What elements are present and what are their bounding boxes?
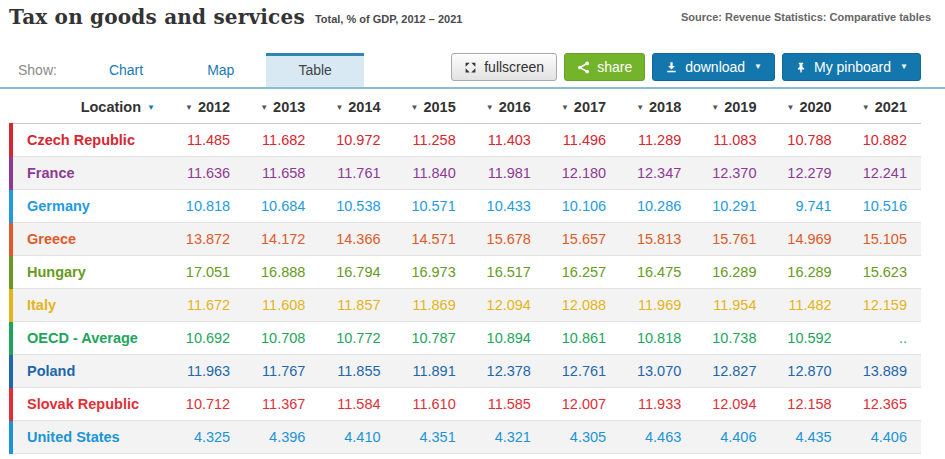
value-cell: 10.712 [169, 388, 244, 421]
value-cell: 4.325 [169, 421, 244, 454]
value-cell: 11.855 [319, 355, 394, 388]
value-cell: 4.305 [545, 421, 620, 454]
value-cell: 10.818 [169, 190, 244, 223]
value-cell: 13.872 [169, 223, 244, 256]
value-cell: 12.241 [846, 157, 921, 190]
year-column-header[interactable]: ▼2020 [771, 91, 846, 124]
location-cell: United States [11, 421, 169, 454]
year-column-header[interactable]: ▼2018 [620, 91, 695, 124]
value-cell: 10.592 [771, 322, 846, 355]
value-cell: 10.861 [545, 322, 620, 355]
year-column-header[interactable]: ▼2017 [545, 91, 620, 124]
location-cell: Poland [11, 355, 169, 388]
value-cell: 15.678 [470, 223, 545, 256]
page-header: Tax on goods and services Total, % of GD… [0, 0, 945, 29]
value-cell: 11.981 [470, 157, 545, 190]
value-cell: 15.657 [545, 223, 620, 256]
location-cell: Germany [11, 190, 169, 223]
pinboard-button[interactable]: My pinboard ▼ [782, 53, 921, 81]
value-cell: 11.840 [395, 157, 470, 190]
header-row: Location▼ ▼2012▼2013▼2014▼2015▼2016▼2017… [11, 91, 921, 124]
location-cell: Czech Republic [11, 124, 169, 157]
page-subtitle: Total, % of GDP, 2012 – 2021 [315, 13, 463, 25]
tab-chart[interactable]: Chart [77, 53, 175, 87]
value-cell: 15.623 [846, 256, 921, 289]
value-cell: 11.258 [395, 124, 470, 157]
pinboard-label: My pinboard [814, 59, 891, 75]
value-cell: 4.463 [620, 421, 695, 454]
caret-down-icon: ▼ [147, 103, 155, 112]
value-cell: 11.672 [169, 289, 244, 322]
data-table: Location▼ ▼2012▼2013▼2014▼2015▼2016▼2017… [9, 91, 921, 454]
value-cell: 4.396 [244, 421, 319, 454]
location-column-header[interactable]: Location▼ [11, 91, 169, 124]
value-cell: 13.889 [846, 355, 921, 388]
year-column-header[interactable]: ▼2015 [395, 91, 470, 124]
value-cell: 10.433 [470, 190, 545, 223]
value-cell: 11.367 [244, 388, 319, 421]
value-cell: 16.794 [319, 256, 394, 289]
year-label: 2017 [574, 99, 606, 115]
table-row: OECD - Average10.69210.70810.77210.78710… [11, 322, 921, 355]
caret-down-icon: ▼ [260, 103, 268, 112]
year-column-header[interactable]: ▼2021 [846, 91, 921, 124]
value-cell: 11.608 [244, 289, 319, 322]
share-icon [577, 61, 590, 74]
value-cell: 10.684 [244, 190, 319, 223]
value-cell: 4.406 [695, 421, 770, 454]
location-cell: Italy [11, 289, 169, 322]
value-cell: 12.094 [695, 388, 770, 421]
value-cell: 16.888 [244, 256, 319, 289]
view-toolbar: Show: Chart Map Table fullscreen share [0, 53, 945, 89]
value-cell: 11.289 [620, 124, 695, 157]
value-cell: 11.083 [695, 124, 770, 157]
value-cell: 10.106 [545, 190, 620, 223]
value-cell: 12.761 [545, 355, 620, 388]
table-row: Slovak Republic10.71211.36711.58411.6101… [11, 388, 921, 421]
value-cell: 12.370 [695, 157, 770, 190]
value-cell: 10.788 [771, 124, 846, 157]
tab-map[interactable]: Map [175, 53, 266, 87]
value-cell: 11.767 [244, 355, 319, 388]
value-cell: 4.321 [470, 421, 545, 454]
value-cell: 10.772 [319, 322, 394, 355]
value-cell: 12.158 [771, 388, 846, 421]
value-cell: 16.257 [545, 256, 620, 289]
value-cell: 11.869 [395, 289, 470, 322]
tab-table[interactable]: Table [266, 53, 363, 87]
year-column-header[interactable]: ▼2019 [695, 91, 770, 124]
value-cell: 10.972 [319, 124, 394, 157]
table-row: Czech Republic11.48511.68210.97211.25811… [11, 124, 921, 157]
location-header-label: Location [81, 99, 141, 115]
share-button[interactable]: share [564, 53, 645, 81]
value-cell: 11.403 [470, 124, 545, 157]
value-cell: 11.658 [244, 157, 319, 190]
year-label: 2021 [875, 99, 907, 115]
value-cell: 12.347 [620, 157, 695, 190]
page-title: Tax on goods and services [9, 5, 305, 29]
value-cell: 17.051 [169, 256, 244, 289]
year-label: 2018 [649, 99, 681, 115]
value-cell: 11.636 [169, 157, 244, 190]
fullscreen-label: fullscreen [484, 59, 544, 75]
year-column-header[interactable]: ▼2016 [470, 91, 545, 124]
location-cell: France [11, 157, 169, 190]
fullscreen-button[interactable]: fullscreen [451, 53, 557, 81]
value-cell: 10.708 [244, 322, 319, 355]
value-cell: 15.761 [695, 223, 770, 256]
year-column-header[interactable]: ▼2012 [169, 91, 244, 124]
download-button[interactable]: download ▼ [652, 53, 775, 81]
table-row: Greece13.87214.17214.36614.57115.67815.6… [11, 223, 921, 256]
value-cell: 10.286 [620, 190, 695, 223]
table-row: United States4.3254.3964.4104.3514.3214.… [11, 421, 921, 454]
location-cell: Greece [11, 223, 169, 256]
value-cell: 14.969 [771, 223, 846, 256]
source-link[interactable]: Source: Revenue Statistics: Comparative … [681, 11, 931, 23]
value-cell: 12.159 [846, 289, 921, 322]
year-column-header[interactable]: ▼2013 [244, 91, 319, 124]
value-cell: 14.172 [244, 223, 319, 256]
year-column-header[interactable]: ▼2014 [319, 91, 394, 124]
location-cell: Slovak Republic [11, 388, 169, 421]
value-cell: 12.365 [846, 388, 921, 421]
caret-down-icon: ▼ [862, 103, 870, 112]
